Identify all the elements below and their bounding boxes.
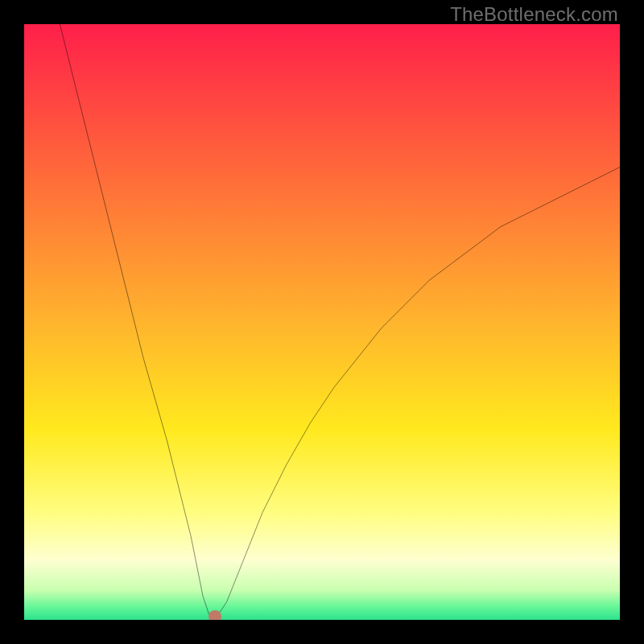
bottleneck-curve	[24, 24, 620, 620]
plot-area	[24, 24, 620, 620]
optimum-marker	[208, 610, 221, 620]
chart-container: TheBottleneck.com	[0, 0, 644, 644]
watermark-label: TheBottleneck.com	[450, 3, 618, 26]
